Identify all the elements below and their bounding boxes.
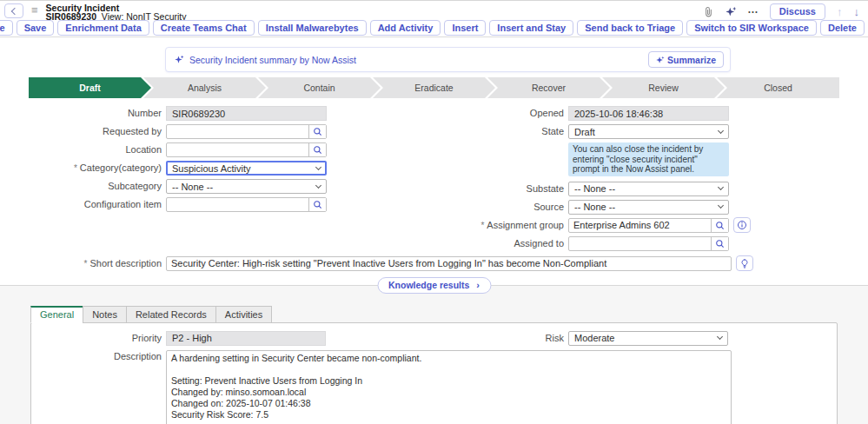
next-record-icon[interactable]: ↓ [854,5,860,18]
requested-by-label: Requested by [0,124,162,139]
description-textarea[interactable]: A hardening setting in Security Center b… [166,350,732,424]
stage-contain: Contain [258,77,381,98]
field-row-priority: Priority P2 - High [31,331,434,346]
required-marker: * [480,221,484,230]
configuration-item-field [166,197,327,212]
back-button[interactable] [4,3,23,18]
search-icon[interactable] [711,219,728,232]
toolbar: Follow Update Save Enrichment Data Creat… [0,20,865,36]
tab-strip: General Notes Related Records Activities [30,306,868,323]
subcategory-select[interactable]: -- None -- [166,179,327,194]
category-select[interactable]: Suspicious Activity [166,161,327,176]
priority-field: P2 - High [166,331,326,346]
delete-button[interactable]: Delete [820,20,865,36]
risk-select[interactable]: Moderate [568,331,728,346]
assigned-to-label: Assigned to [434,236,564,251]
chevron-down-icon [315,163,321,169]
now-assist-summary-label: Security Incident summary by Now Assist [189,55,356,65]
chevron-down-icon [718,202,724,209]
required-marker: * [74,163,77,173]
add-activity-button[interactable]: Add Activity [370,20,441,36]
chevron-down-icon [717,334,723,340]
general-tab-panel: Priority P2 - High Risk Moderate Descrip… [30,322,838,424]
subcategory-value: -- None -- [172,182,213,192]
tab-notes[interactable]: Notes [83,306,126,323]
create-teams-chat-button[interactable]: Create Teams Chat [153,20,255,36]
field-row-source: Source -- None -- [434,200,868,215]
lightbulb-icon[interactable] [736,255,753,271]
assignment-group-field [568,218,729,233]
summarize-label: Summarize [667,55,716,65]
assignment-group-info-button[interactable] [733,217,751,233]
field-row-description: Description A hardening setting in Secur… [31,350,837,424]
attachment-icon[interactable] [703,6,714,18]
stage-eradicate: Eradicate [373,77,495,98]
configuration-item-input[interactable] [167,198,308,211]
location-input[interactable] [167,143,308,156]
source-label: Source [434,200,564,215]
insert-button[interactable]: Insert [444,20,486,36]
tab-related-records[interactable]: Related Records [126,306,215,323]
panel-column-left: Priority P2 - High [31,331,434,350]
tab-general[interactable]: General [30,306,83,323]
field-row-short-description: *Short description [0,256,868,271]
more-options-icon[interactable]: ··· [748,6,759,18]
assigned-to-input[interactable] [569,237,711,250]
search-icon[interactable] [308,198,326,211]
save-button[interactable]: Save [17,20,55,36]
field-row-configuration-item: Configuration item [0,197,434,212]
short-description-input[interactable] [166,256,732,271]
header-icons: ··· Discuss ↑ ↓ [703,3,863,20]
required-marker: * [84,259,88,268]
requested-by-input[interactable] [167,125,308,138]
search-icon[interactable] [711,237,728,250]
number-field: SIR0689230 [166,106,327,121]
form-fields: Number SIR0689230 Requested by Location … [0,106,868,255]
state-select[interactable]: Draft [568,124,729,139]
form-column-right: Opened 2025-10-06 18:46:38 State Draft Y… [434,106,868,255]
search-icon[interactable] [308,125,326,138]
search-icon[interactable] [308,143,326,156]
menu-icon[interactable]: ≡ [31,4,38,17]
switch-to-sir-workspace-button[interactable]: Switch to SIR Workspace [686,20,817,36]
substate-select[interactable]: -- None -- [568,182,729,196]
field-row-assigned-to: Assigned to [434,236,868,251]
knowledge-results-button[interactable]: Knowledge results › [377,277,491,294]
app-header: ≡ Security Incident SIR0689230 View: Non… [0,0,868,37]
assignment-group-input[interactable] [569,219,711,232]
field-row-requested-by: Requested by [0,124,434,139]
discuss-button[interactable]: Discuss [770,3,825,20]
enrichment-data-button[interactable]: Enrichment Data [57,20,149,36]
requested-by-field [166,124,327,139]
field-row-substate: Substate -- None -- [434,182,868,196]
assigned-to-field [568,236,729,251]
now-assist-summary-bar: Security Incident summary by Now Assist … [165,47,731,72]
update-button[interactable]: Update [0,20,13,36]
priority-label: Priority [31,331,162,346]
stage-closed: Closed [717,77,839,98]
tab-activities[interactable]: Activities [215,306,272,323]
knowledge-results-label: Knowledge results [388,280,469,290]
short-description-label: *Short description [0,256,162,271]
field-row-location: Location [0,142,434,157]
field-row-number: Number SIR0689230 [0,106,434,121]
summarize-button[interactable]: Summarize [648,51,724,68]
header-top: ≡ Security Incident SIR0689230 View: Non… [0,1,868,18]
stage-review: Review [602,77,725,98]
field-row-risk: Risk Moderate [434,331,837,346]
send-back-to-triage-button[interactable]: Send back to Triage [577,20,683,36]
sparkle-icon [175,55,184,64]
insert-and-stay-button[interactable]: Insert and Stay [489,20,573,36]
chevron-left-icon [11,7,18,14]
description-label: Description [31,350,162,362]
number-label: Number [0,106,162,121]
opened-field: 2025-10-06 18:46:38 [568,106,729,121]
install-malwarebytes-button[interactable]: Install Malwarebytes [258,20,367,36]
source-select[interactable]: -- None -- [568,200,729,215]
form-column-left: Number SIR0689230 Requested by Location … [0,106,434,255]
location-field [166,142,327,157]
state-label: State [434,124,564,139]
record-title-block: Security Incident SIR0689230 View: NonIT… [46,3,187,22]
previous-record-icon[interactable]: ↑ [837,5,843,18]
now-assist-icon[interactable] [726,6,737,17]
